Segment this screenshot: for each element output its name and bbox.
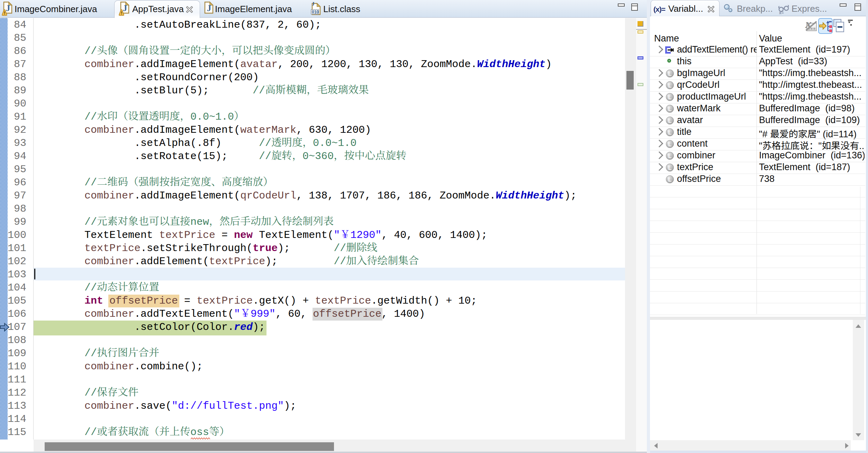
svg-text:J: J (123, 3, 127, 13)
svg-text:x=: x= (779, 10, 784, 15)
svg-text:!: ! (121, 10, 122, 16)
svg-text:010: 010 (312, 10, 319, 15)
svg-text:!: ! (4, 10, 5, 16)
svg-text:J: J (207, 3, 211, 13)
svg-text:J: J (312, 1, 315, 7)
svg-text:J: J (6, 3, 10, 13)
